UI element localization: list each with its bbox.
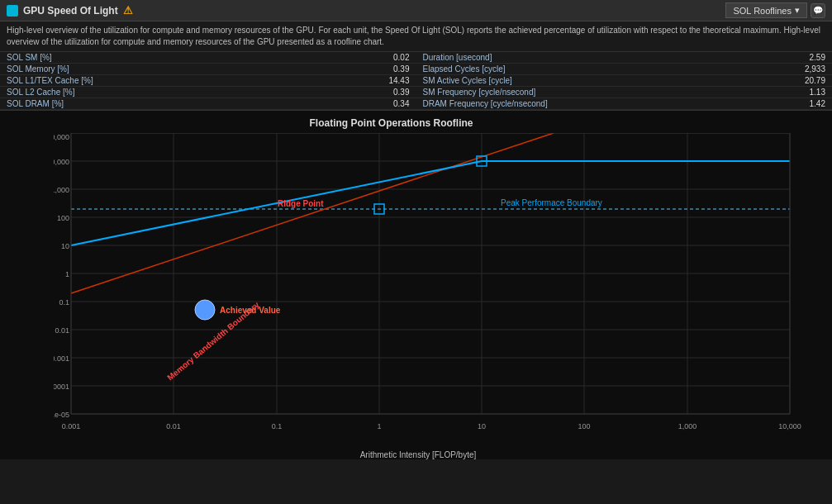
svg-text:Achieved Value: Achieved Value [220, 306, 281, 315]
svg-text:1,000: 1,000 [54, 186, 69, 194]
svg-text:10,000: 10,000 [54, 158, 69, 166]
svg-text:100: 100 [57, 214, 69, 222]
svg-text:10,000: 10,000 [778, 422, 801, 430]
metric-row: Elapsed Cycles [cycle]2,933 [416, 64, 833, 75]
metric-value: 20.79 [805, 76, 825, 85]
metric-value: 2.59 [810, 53, 825, 62]
chat-icon[interactable]: 💬 [811, 3, 825, 18]
svg-text:1: 1 [377, 422, 381, 430]
gpu-icon [7, 5, 18, 17]
svg-text:Ridge Point: Ridge Point [278, 199, 324, 208]
metric-row: SOL SM [%]0.02 [0, 52, 416, 64]
title-bar: GPU Speed Of Light ⚠ SOL Rooflines ▾ 💬 [0, 0, 832, 21]
svg-text:100: 100 [578, 422, 590, 430]
svg-point-45 [195, 300, 215, 320]
metric-row: SOL L1/TEX Cache [%]14.43 [0, 75, 416, 87]
metric-row: SM Frequency [cycle/nsecond]1.13 [416, 87, 833, 98]
x-axis-label: Arithmetic Intensity [FLOP/byte] [54, 450, 832, 459]
svg-text:0.1: 0.1 [272, 422, 283, 430]
svg-text:0.001: 0.001 [62, 422, 81, 430]
metric-label: SM Active Cycles [cycle] [423, 76, 512, 85]
svg-text:1,000: 1,000 [678, 422, 697, 430]
metric-row: SOL DRAM [%]0.34 [0, 98, 416, 110]
metric-value: 2,933 [805, 64, 825, 74]
description-text: High-level overview of the utilization f… [0, 21, 832, 52]
metric-row: SOL Memory [%]0.39 [0, 64, 416, 75]
svg-rect-0 [71, 133, 815, 435]
metric-value: 14.43 [388, 76, 409, 85]
metric-label: SOL DRAM [%] [7, 99, 64, 108]
svg-text:10: 10 [61, 242, 69, 250]
metric-row: SM Active Cycles [cycle]20.79 [416, 75, 833, 87]
metric-row: Duration [usecond]2.59 [416, 52, 833, 64]
metric-value: 0.02 [393, 53, 409, 62]
metric-row: SOL L2 Cache [%]0.39 [0, 87, 416, 98]
metric-row: DRAM Frequency [cycle/nsecond]1.42 [416, 98, 833, 110]
svg-text:0.01: 0.01 [55, 326, 69, 335]
svg-text:0.01: 0.01 [166, 422, 181, 430]
chart-title: Floating Point Operations Roofline [0, 117, 832, 129]
title-bar-left: GPU Speed Of Light ⚠ [7, 4, 133, 17]
metric-value: 0.34 [393, 99, 409, 108]
metrics-right: Duration [usecond]2.59Elapsed Cycles [cy… [416, 52, 833, 110]
metrics-table: SOL SM [%]0.02SOL Memory [%]0.39SOL L1/T… [0, 52, 832, 111]
svg-text:10: 10 [478, 422, 486, 430]
metric-label: SOL L1/TEX Cache [%] [7, 76, 93, 85]
metrics-left: SOL SM [%]0.02SOL Memory [%]0.39SOL L1/T… [0, 52, 416, 110]
title-bar-right[interactable]: SOL Rooflines ▾ 💬 [725, 2, 825, 18]
chevron-down-icon: ▾ [795, 5, 800, 16]
metric-label: SOL SM [%] [7, 53, 52, 62]
svg-text:1: 1 [65, 270, 69, 278]
svg-text:0.1: 0.1 [59, 298, 69, 307]
window-title: GPU Speed Of Light [23, 5, 118, 17]
svg-text:100,000: 100,000 [54, 133, 69, 141]
metric-value: 1.13 [810, 88, 825, 97]
svg-text:Peak Performace Boundary: Peak Performace Boundary [501, 198, 602, 207]
svg-text:0.001: 0.001 [54, 354, 69, 363]
roofline-chart: .grid-line { stroke: #2a2a2a; stroke-wid… [54, 133, 832, 447]
rooflines-dropdown[interactable]: SOL Rooflines ▾ [725, 2, 807, 18]
metric-label: SOL Memory [%] [7, 64, 69, 74]
metric-value: 1.42 [810, 99, 825, 108]
warning-icon: ⚠ [123, 4, 133, 17]
svg-text:0.0001: 0.0001 [54, 383, 69, 391]
metric-label: SM Frequency [cycle/nsecond] [423, 88, 536, 97]
svg-text:1e-05: 1e-05 [54, 411, 69, 419]
metric-value: 0.39 [393, 88, 409, 97]
metric-label: SOL L2 Cache [%] [7, 88, 74, 97]
metric-label: Duration [usecond] [423, 53, 492, 62]
metric-label: Elapsed Cycles [cycle] [423, 64, 506, 74]
metric-label: DRAM Frequency [cycle/nsecond] [423, 99, 548, 108]
metric-value: 0.39 [393, 64, 409, 74]
